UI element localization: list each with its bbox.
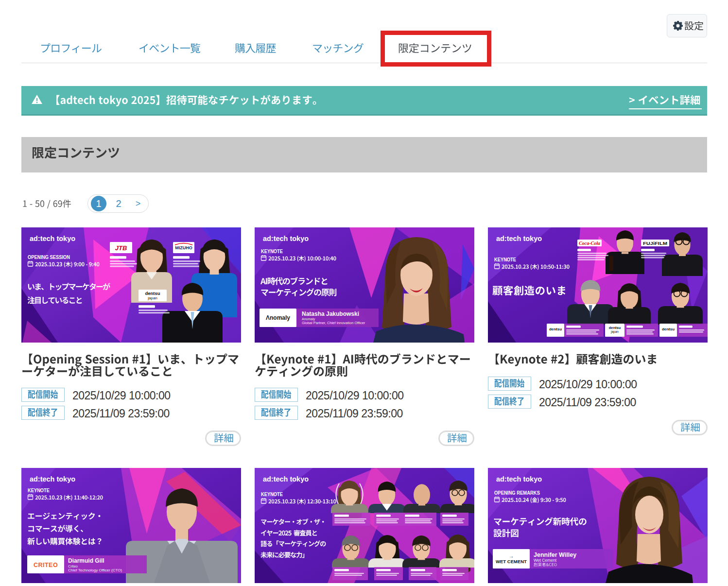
svg-text:CRITEO: CRITEO (34, 562, 58, 569)
svg-text:ad:tech tokyo: ad:tech tokyo (30, 234, 75, 242)
svg-text:ad:tech tokyo: ad:tech tokyo (263, 234, 309, 242)
svg-text:Coca-Cola: Coca-Cola (579, 241, 600, 246)
svg-text:Jennifer Willey: Jennifer Willey (534, 552, 576, 558)
svg-text:ad:tech tokyo: ad:tech tokyo (30, 475, 75, 483)
svg-text:MIZUHO: MIZUHO (175, 245, 192, 250)
svg-text:KEYNOTE: KEYNOTE (28, 488, 50, 493)
svg-text:OPENING REMARKS: OPENING REMARKS (494, 490, 540, 496)
svg-text:JTB: JTB (115, 244, 127, 252)
svg-text:→: → (509, 553, 514, 559)
svg-text:Wet Cement: Wet Cement (534, 558, 557, 563)
svg-text:Natasha Jakubowski: Natasha Jakubowski (302, 310, 359, 317)
svg-text:Λnomaly: Λnomaly (266, 314, 290, 321)
svg-text:japan: japan (610, 330, 619, 334)
svg-text:WET CEMENT: WET CEMENT (496, 559, 527, 564)
svg-text:Chief Technology Officer (CTO): Chief Technology Officer (CTO) (68, 568, 122, 572)
svg-text:dentsu: dentsu (145, 291, 160, 296)
svg-text:KEYNOTE: KEYNOTE (261, 249, 283, 254)
svg-text:Global Partner, Chief Innovati: Global Partner, Chief Innovation Officer (302, 321, 365, 325)
svg-text:ad:tech tokyo: ad:tech tokyo (496, 234, 542, 242)
svg-text:FUJiFILM: FUJiFILM (643, 241, 667, 246)
svg-text:KEYNOTE: KEYNOTE (261, 492, 283, 497)
svg-text:ad:tech tokyo: ad:tech tokyo (496, 475, 542, 483)
svg-text:dentsu: dentsu (609, 326, 621, 330)
svg-text:ad:tech tokyo: ad:tech tokyo (263, 475, 309, 483)
svg-text:dentsu: dentsu (549, 327, 562, 331)
svg-text:japan: japan (147, 296, 157, 300)
svg-text:Diarmuid Gill: Diarmuid Gill (68, 557, 104, 564)
svg-text:dentsu: dentsu (662, 327, 675, 331)
svg-text:KEYNOTE: KEYNOTE (494, 257, 516, 262)
svg-text:OPENING SESSION: OPENING SESSION (28, 255, 70, 260)
